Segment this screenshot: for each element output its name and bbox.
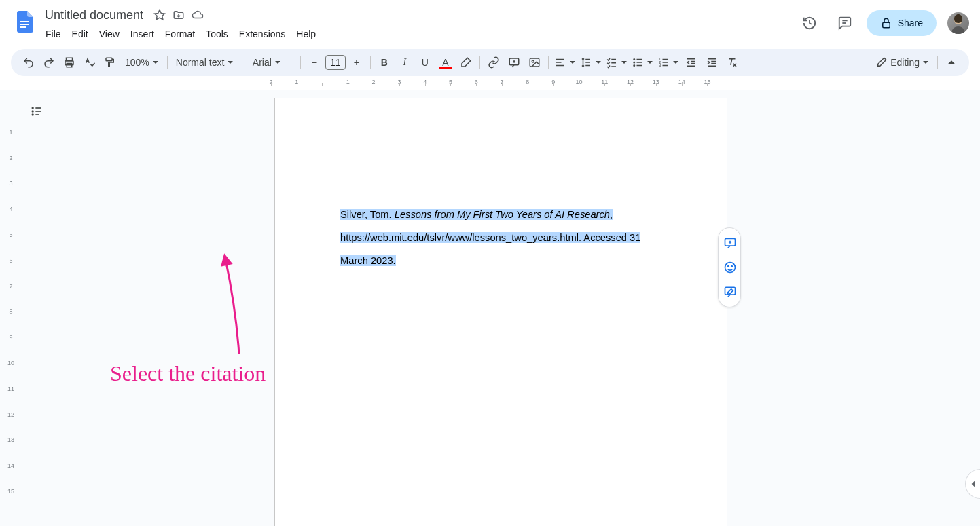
undo-button[interactable]	[19, 53, 38, 72]
svg-rect-11	[106, 58, 112, 61]
menu-extensions[interactable]: Extensions	[234, 26, 290, 42]
comment-icon[interactable]	[831, 10, 858, 37]
bulleted-list-dropdown[interactable]	[630, 53, 655, 72]
bubble-emoji-icon[interactable]	[719, 255, 742, 280]
redo-button[interactable]	[39, 53, 58, 72]
vertical-ruler[interactable]: 123456789101112131415	[0, 90, 22, 526]
line-spacing-dropdown[interactable]	[579, 53, 603, 72]
toolbar-separator	[937, 56, 938, 69]
print-button[interactable]	[60, 53, 79, 72]
toolbar-separator	[370, 56, 371, 69]
document-page[interactable]: Silver, Tom. Lessons from My First Two Y…	[274, 98, 727, 526]
svg-point-58	[728, 266, 729, 267]
share-button[interactable]: Share	[867, 10, 937, 36]
move-icon[interactable]	[172, 8, 185, 22]
add-comment-button[interactable]	[505, 53, 524, 72]
paragraph-style-value: Normal text	[176, 57, 225, 68]
bold-button[interactable]: B	[375, 53, 394, 72]
font-dropdown[interactable]: Arial	[249, 53, 296, 72]
font-size-decrease[interactable]: −	[305, 53, 324, 72]
align-dropdown[interactable]	[553, 53, 577, 72]
zoom-value: 100%	[125, 57, 149, 68]
insert-image-button[interactable]	[525, 53, 544, 72]
font-value: Arial	[253, 57, 272, 68]
annotation-text: Select the citation	[110, 361, 266, 386]
canvas-area: 123456789101112131415 Silver, Tom. Lesso…	[0, 90, 980, 526]
paragraph-style-dropdown[interactable]: Normal text	[172, 53, 240, 72]
selection-action-bubble	[718, 227, 741, 307]
editing-mode-dropdown[interactable]: Editing	[871, 53, 933, 72]
svg-rect-0	[20, 21, 29, 22]
toolbar-separator	[548, 56, 549, 69]
font-size-increase[interactable]: +	[347, 53, 366, 72]
bubble-add-comment-icon[interactable]	[719, 231, 742, 255]
toolbar: 100% Normal text Arial − + B I U A 123 E…	[11, 49, 969, 76]
checklist-dropdown[interactable]	[604, 53, 629, 72]
cloud-status-icon[interactable]	[191, 8, 204, 22]
menu-help[interactable]: Help	[291, 26, 321, 42]
collapse-toolbar-button[interactable]	[942, 53, 961, 72]
history-icon[interactable]	[796, 10, 823, 37]
zoom-dropdown[interactable]: 100%	[121, 53, 163, 72]
header-right: Share	[796, 10, 969, 37]
menu-edit[interactable]: Edit	[67, 26, 93, 42]
menu-file[interactable]: File	[41, 26, 66, 42]
svg-point-28	[634, 65, 635, 67]
toolbar-separator	[479, 56, 480, 69]
menu-view[interactable]: View	[94, 26, 124, 42]
decrease-indent-button[interactable]	[682, 53, 701, 72]
header-center: Untitled document File Edit View Insert …	[41, 5, 796, 43]
paint-format-button[interactable]	[101, 53, 120, 72]
svg-point-57	[725, 263, 736, 273]
page-content[interactable]: Silver, Tom. Lessons from My First Two Y…	[340, 204, 661, 272]
share-button-label: Share	[898, 18, 923, 29]
increase-indent-button[interactable]	[702, 53, 721, 72]
svg-point-26	[634, 59, 635, 60]
svg-point-16	[532, 60, 534, 62]
svg-rect-2	[20, 26, 26, 28]
document-title[interactable]: Untitled document	[41, 7, 147, 24]
menu-bar: File Edit View Insert Format Tools Exten…	[41, 24, 796, 43]
toolbar-separator	[244, 56, 244, 69]
svg-text:3: 3	[659, 63, 661, 67]
editing-mode-label: Editing	[890, 57, 920, 68]
citation-text-selected[interactable]: Silver, Tom. Lessons from My First Two Y…	[340, 209, 640, 266]
font-size-input[interactable]	[325, 55, 346, 70]
horizontal-ruler[interactable]: 21123456789101112131415	[27, 79, 980, 90]
spellcheck-button[interactable]	[80, 53, 99, 72]
svg-rect-6	[882, 22, 890, 28]
avatar[interactable]	[947, 12, 969, 34]
numbered-list-dropdown[interactable]: 123	[656, 53, 680, 72]
annotation-arrow-icon	[205, 252, 259, 361]
svg-rect-1	[20, 24, 29, 25]
title-row: Untitled document	[41, 5, 796, 24]
page-container: Silver, Tom. Lessons from My First Two Y…	[22, 90, 980, 526]
app-header: Untitled document File Edit View Insert …	[0, 0, 980, 43]
clear-formatting-button[interactable]	[723, 53, 742, 72]
italic-button[interactable]: I	[395, 53, 414, 72]
star-icon[interactable]	[153, 8, 166, 22]
menu-insert[interactable]: Insert	[126, 26, 159, 42]
highlight-button[interactable]	[456, 53, 475, 72]
insert-link-button[interactable]	[484, 53, 503, 72]
font-size-control: − +	[305, 53, 366, 72]
toolbar-separator	[167, 56, 168, 69]
menu-format[interactable]: Format	[160, 26, 200, 42]
text-color-button[interactable]: A	[436, 53, 455, 72]
svg-point-59	[731, 266, 733, 267]
svg-marker-3	[155, 10, 165, 20]
docs-logo[interactable]	[11, 8, 38, 35]
underline-button[interactable]: U	[416, 53, 435, 72]
menu-tools[interactable]: Tools	[201, 26, 233, 42]
svg-point-27	[634, 62, 635, 63]
toolbar-separator	[300, 56, 301, 69]
bubble-suggest-icon[interactable]	[719, 280, 742, 304]
